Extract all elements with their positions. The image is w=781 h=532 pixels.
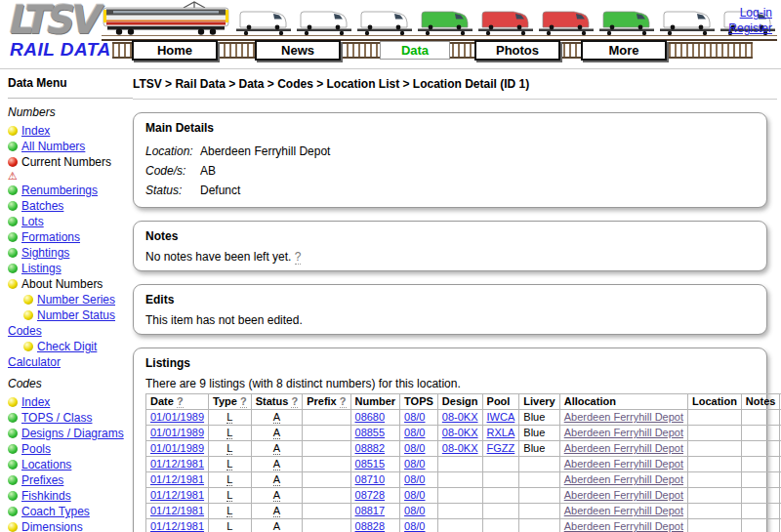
notes-help-link[interactable]: ?: [295, 250, 302, 265]
listing-row: 01/12/1981LA0872808/0Aberdeen Ferryhill …: [146, 488, 781, 504]
cell-type: L: [209, 410, 252, 426]
pool-link[interactable]: RXLA: [487, 427, 515, 438]
sidebar-link-number-series[interactable]: Number Series: [37, 293, 115, 307]
sidebar-item-fishkinds: Fishkinds: [8, 488, 139, 504]
sidebar-link-tops-class[interactable]: TOPS / Class: [21, 411, 92, 425]
notes-panel: Notes No notes have been left yet. ?: [133, 221, 767, 271]
cell-livery: [519, 519, 559, 532]
number-link[interactable]: 08710: [355, 473, 386, 485]
tops-link[interactable]: 08/0: [404, 411, 425, 423]
type-abbr: L: [226, 520, 232, 532]
sidebar-link-fishkinds[interactable]: Fishkinds: [21, 489, 71, 503]
date-link[interactable]: 01/12/1981: [150, 520, 204, 532]
tops-link[interactable]: 08/0: [404, 473, 425, 485]
tops-link[interactable]: 08/0: [404, 520, 425, 532]
number-link[interactable]: 08855: [355, 427, 386, 438]
sidebar-link-coach-types[interactable]: Coach Types: [21, 505, 90, 518]
design-link[interactable]: 08-0KX: [442, 442, 478, 454]
number-link[interactable]: 08828: [355, 520, 386, 532]
sidebar-link-listings[interactable]: Listings: [21, 262, 62, 275]
sidebar-link-renumberings[interactable]: Renumberings: [21, 184, 98, 197]
main-details-panel: Main Details Location:Aberdeen Ferryhill…: [133, 112, 767, 208]
cell-livery: [519, 504, 559, 519]
column-header-notes: Notes: [741, 394, 780, 410]
design-link[interactable]: 08-0KX: [442, 427, 478, 438]
nav-button-more[interactable]: More: [581, 40, 667, 61]
sidebar-link-index[interactable]: Index: [21, 124, 50, 138]
cell-location: [688, 472, 742, 488]
allocation-link[interactable]: Aberdeen Ferryhill Depot: [564, 520, 683, 532]
sidebar-link-dimensions[interactable]: Dimensions: [21, 520, 83, 532]
number-link[interactable]: 08817: [355, 505, 386, 516]
number-link[interactable]: 08515: [355, 458, 386, 470]
design-link[interactable]: 08-0KX: [442, 411, 478, 423]
allocation-link[interactable]: Aberdeen Ferryhill Depot: [564, 505, 683, 516]
cell-prefix: [303, 519, 350, 532]
sidebar-link-locations[interactable]: Locations: [21, 458, 71, 471]
allocation-link[interactable]: Aberdeen Ferryhill Depot: [564, 411, 683, 423]
date-link[interactable]: 01/12/1981: [150, 458, 204, 470]
sidebar-link-designs-diagrams[interactable]: Designs / Diagrams: [21, 427, 124, 440]
sidebar-link-prefixes[interactable]: Prefixes: [21, 473, 63, 487]
allocation-link[interactable]: Aberdeen Ferryhill Depot: [564, 442, 683, 454]
cell-tops: 08/0: [400, 426, 438, 441]
tops-link[interactable]: 08/0: [404, 489, 425, 501]
register-link[interactable]: Register: [728, 20, 772, 36]
cell-number: 08882: [350, 441, 400, 457]
cell-notes: [741, 457, 780, 472]
date-link[interactable]: 01/12/1981: [150, 489, 204, 501]
login-link[interactable]: Log-in: [728, 5, 772, 20]
tops-link[interactable]: 08/0: [404, 505, 425, 516]
green-ball-icon: [8, 475, 18, 485]
auth-links: Log-in Register: [728, 5, 772, 36]
sidebar-link-lots[interactable]: Lots: [21, 215, 44, 228]
van-graphic: [599, 12, 654, 35]
date-link[interactable]: 01/01/1989: [150, 427, 204, 438]
number-link[interactable]: 08882: [355, 442, 386, 454]
status-abbr: A: [273, 442, 280, 455]
sidebar-link-index[interactable]: Index: [21, 395, 50, 409]
cell-prefix: [303, 488, 350, 504]
nav-button-data[interactable]: Data: [380, 41, 450, 60]
column-help-link[interactable]: ?: [340, 395, 347, 408]
column-help-link[interactable]: ?: [177, 395, 184, 408]
tops-link[interactable]: 08/0: [404, 442, 425, 454]
nav-button-photos[interactable]: Photos: [474, 40, 560, 61]
sidebar-link-all-numbers[interactable]: All Numbers: [21, 140, 85, 153]
listings-title: Listings: [145, 356, 755, 370]
nav-button-home[interactable]: Home: [132, 40, 218, 61]
sidebar-link-sightings[interactable]: Sightings: [21, 246, 69, 260]
nav-button-news[interactable]: News: [255, 40, 341, 61]
status-abbr: A: [273, 520, 280, 532]
column-help-link[interactable]: ?: [291, 395, 298, 408]
allocation-link[interactable]: Aberdeen Ferryhill Depot: [564, 489, 683, 501]
sidebar-link-pools[interactable]: Pools: [21, 442, 51, 456]
cell-location: [688, 426, 742, 441]
date-link[interactable]: 01/01/1989: [150, 411, 204, 423]
tops-link[interactable]: 08/0: [404, 427, 425, 438]
pool-link[interactable]: FGZZ: [487, 442, 515, 454]
warning-icon: ⚠: [8, 170, 18, 182]
cell-prefix: [303, 472, 350, 488]
sidebar-link-check-digit-calculator[interactable]: Check Digit Calculator: [8, 340, 97, 369]
allocation-link[interactable]: Aberdeen Ferryhill Depot: [564, 427, 683, 438]
cell-livery: [519, 472, 559, 488]
date-link[interactable]: 01/12/1981: [150, 505, 204, 516]
date-link[interactable]: 01/01/1989: [150, 442, 204, 454]
allocation-link[interactable]: Aberdeen Ferryhill Depot: [564, 458, 683, 470]
pool-link[interactable]: IWCA: [487, 411, 515, 423]
column-help-link[interactable]: ?: [240, 395, 247, 408]
sidebar-link-formations[interactable]: Formations: [21, 230, 80, 244]
site-logo: LTSV RAIL DATA: [10, 1, 111, 59]
date-link[interactable]: 01/12/1981: [150, 473, 204, 485]
green-ball-icon: [8, 201, 18, 211]
sidebar-link-batches[interactable]: Batches: [21, 199, 63, 213]
cell-prefix: [303, 410, 350, 426]
yellow-ball-icon: [8, 126, 18, 136]
cell-status: A: [251, 504, 302, 519]
tops-link[interactable]: 08/0: [404, 458, 425, 470]
allocation-link[interactable]: Aberdeen Ferryhill Depot: [564, 473, 683, 485]
number-link[interactable]: 08728: [355, 489, 386, 501]
number-link[interactable]: 08680: [355, 411, 386, 423]
type-abbr: L: [226, 489, 232, 502]
